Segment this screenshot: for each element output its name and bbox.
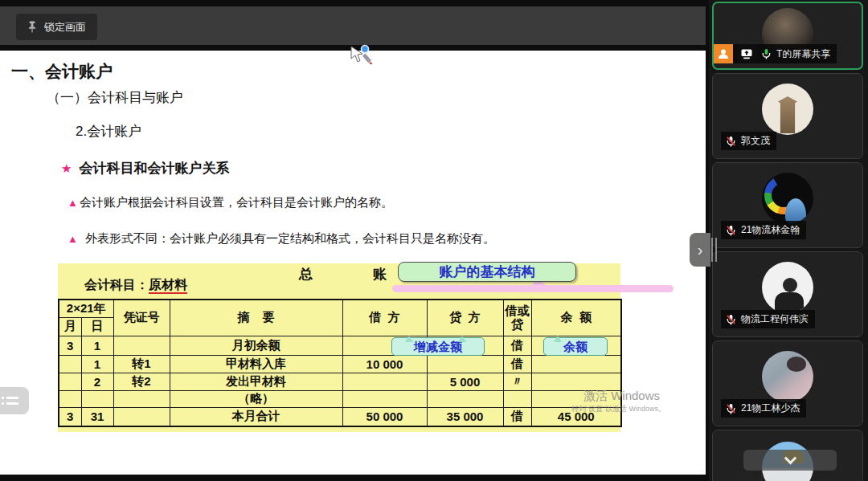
cell [59,390,81,407]
pin-view-button[interactable]: 锁定画面 [16,14,97,40]
col-header-voucher: 凭证号 [113,300,170,336]
cell [81,390,113,407]
col-header-direction: 借或贷 [503,300,531,336]
cell [342,390,427,407]
participant-tile-screen-share[interactable]: T的屏幕共享 [712,2,863,70]
participant-label: 物流工程何伟滨 [721,310,815,328]
screen-share-icon [737,44,756,63]
chevron-down-icon [784,451,796,464]
ledger-title-right: 账 [373,265,387,283]
table-row: 2 转2 发出甲材料 5 000 〃 [59,373,621,390]
annotation-cursor-icon [349,44,373,70]
cell: 借 [503,355,531,373]
participant-tile[interactable]: 21物流林金翰 [712,162,863,248]
participant-name: 物流工程何伟滨 [741,312,809,326]
list-icon [2,397,29,405]
cell: 1 [81,355,113,373]
cell: 发出甲材料 [170,373,342,390]
participant-label: 21物流林金翰 [721,221,806,239]
cell: 31 [81,407,113,426]
mic-on-icon [760,47,772,60]
sidebar-drag-handle[interactable] [715,238,717,262]
cell: 3 [59,336,81,355]
cell [59,355,81,373]
callout-balance: 余额 [543,337,608,356]
cell [427,390,503,407]
table-row: 3 31 本月合计 50 000 35 000 借 45 000 [59,407,621,426]
cell [531,355,621,373]
windows-activation-watermark: 激活 Windows [583,389,660,404]
participant-name: 21物工林少杰 [741,402,800,415]
brace-decoration [392,285,674,292]
cell: 甲材料入库 [170,355,342,373]
cell [342,373,427,390]
screen-share-area: 锁定画面 一、会计账户 （一）会计科目与账户 2.会计账户 ★会计科目和会计账户… [0,0,709,481]
slide-canvas: 一、会计账户 （一）会计科目与账户 2.会计账户 ★会计科目和会计账户关系 ▲会… [0,51,706,475]
windows-activation-watermark-sub: 转到“设置”以激活 Windows。 [571,404,665,414]
cell: 转2 [113,373,170,390]
cell: 5 000 [427,373,503,390]
bullet-1-text: 会计账户根据会计科目设置，会计科目是会计账户的名称。 [80,195,393,209]
avatar [762,262,813,313]
triangle-bullet-icon: ▲ [68,233,78,245]
meeting-window: 锁定画面 一、会计账户 （一）会计科目与账户 2.会计账户 ★会计科目和会计账户… [0,0,868,481]
star-heading-line: ★会计科目和会计账户关系 [61,159,229,177]
participant-name: 21物流林金翰 [741,223,800,237]
bottom-strip [0,475,706,481]
col-header-year: 2×21年 [59,300,113,317]
cell: 1 [81,336,113,355]
chevron-right-icon: › [698,241,703,259]
slide-subtitle: （一）会计科目与账户 [47,88,183,107]
participant-tile[interactable]: 21物工林少杰 [712,340,863,426]
subject-value: 原材料 [149,278,187,294]
cell [113,390,170,407]
cell: 本月合计 [170,407,342,426]
cell [113,407,170,426]
person-badge-icon [714,44,733,63]
cell [427,355,503,373]
table-row: （略） [59,390,621,407]
star-icon: ★ [61,161,72,175]
mic-muted-icon [725,135,737,148]
ledger-grid: 2×21年 凭证号 摘 要 借 方 贷 方 借或贷 余 额 月 日 3 [58,299,622,427]
cell [59,373,81,390]
participant-tile[interactable]: 物流工程何伟滨 [712,251,863,337]
participants-sidebar: T的屏幕共享 郭文茂 21物流林金翰 [709,0,868,481]
cell: 月初余额 [170,336,342,355]
cell: 转1 [113,355,170,373]
star-heading-text: 会计科目和会计账户关系 [79,161,229,176]
triangle-bullet-icon: ▲ [68,197,78,209]
participant-label: T的屏幕共享 [714,44,837,63]
cell [503,390,531,407]
participant-tile[interactable] [712,430,863,481]
ledger-table-figure: 总 账 会计科目：原材料 账户的基本结构 2×21年 凭证号 摘 要 借 方 贷… [58,263,620,432]
slide-title: 一、会计账户 [11,60,113,83]
mic-muted-icon [725,224,737,237]
participant-tile[interactable]: 郭文茂 [712,73,863,159]
col-header-summary: 摘 要 [170,300,342,336]
bullet-line-2: ▲外表形式不同：会计账户必须具有一定结构和格式，会计科目只是名称没有。 [68,231,495,247]
participant-name: T的屏幕共享 [776,47,830,61]
mic-muted-icon [725,402,737,415]
sidebar-collapse-button[interactable]: › [690,233,710,267]
slide-section-item: 2.会计账户 [76,122,141,141]
subject-label: 会计科目： [84,278,149,291]
sidebar-drag-handle[interactable] [711,238,713,262]
bullet-line-1: ▲会计账户根据会计科目设置，会计科目是会计账户的名称。 [68,195,393,210]
col-header-debit: 借 方 [342,300,427,336]
cell: 借 [503,336,531,355]
pin-icon [27,21,37,33]
avatar [762,173,813,224]
agenda-list-button[interactable] [0,387,29,414]
cell [113,336,170,355]
cell [531,373,621,390]
callout-basic-structure: 账户的基本结构 [398,262,576,282]
table-row: 1 转1 甲材料入库 10 000 借 [59,355,621,373]
avatar [762,84,813,135]
col-header-day: 日 [81,317,113,336]
cell: 50 000 [342,407,427,426]
show-more-participants-button[interactable] [743,450,837,471]
participant-label: 郭文茂 [721,132,776,150]
ledger-title-left: 总 [299,265,313,283]
callout-amount-change: 增减金额 [391,337,485,356]
